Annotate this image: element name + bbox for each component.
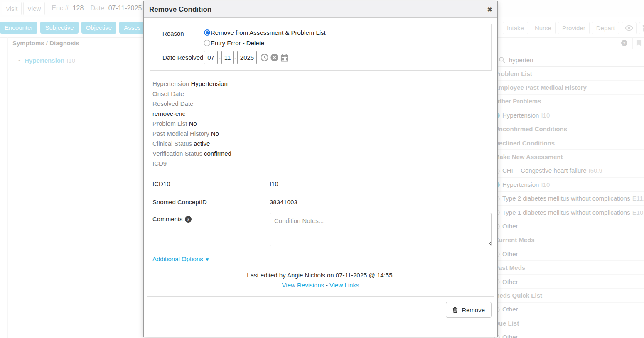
trash-icon bbox=[452, 307, 458, 313]
date-separator: - bbox=[234, 54, 236, 61]
radio-label: Remove from Assessment & Problem List bbox=[211, 29, 326, 36]
clear-date-icon[interactable] bbox=[270, 54, 278, 61]
snomed-label: Snomed ConceptID bbox=[152, 198, 270, 206]
radio-unselected-icon[interactable] bbox=[204, 40, 210, 46]
detail-label: Hypertension bbox=[152, 80, 189, 87]
detail-label: Verification Status bbox=[152, 150, 202, 157]
remove-button-label: Remove bbox=[462, 306, 485, 314]
reason-radio-group: Remove from Assessment & Problem List En… bbox=[204, 29, 326, 47]
clock-icon[interactable] bbox=[261, 54, 268, 61]
modal-header: Remove Condition ✖ bbox=[144, 1, 497, 18]
detail-label: Clinical Status bbox=[152, 140, 192, 147]
radio-remove-from-assessment[interactable]: Remove from Assessment & Problem List bbox=[204, 29, 326, 36]
comments-help-icon[interactable]: ? bbox=[185, 216, 192, 223]
close-icon[interactable]: ✖ bbox=[482, 1, 497, 18]
remove-button[interactable]: Remove bbox=[446, 302, 492, 318]
detail-value: active bbox=[194, 140, 210, 147]
date-day-input[interactable] bbox=[221, 51, 234, 64]
detail-label: ICD9 bbox=[152, 160, 167, 167]
radio-entry-error-delete[interactable]: Entry Error - Delete bbox=[204, 39, 326, 47]
reason-section: Reason Remove from Assessment & Problem … bbox=[150, 24, 492, 71]
view-revisions-link[interactable]: View Revisions bbox=[282, 282, 324, 289]
chevron-down-icon: ▼ bbox=[205, 257, 210, 262]
additional-options-label: Additional Options bbox=[152, 255, 203, 262]
detail-value: confirmed bbox=[204, 150, 231, 157]
icd10-value: I10 bbox=[270, 180, 278, 187]
radio-selected-icon[interactable] bbox=[204, 29, 210, 36]
date-month-input[interactable] bbox=[204, 51, 218, 64]
calendar-picker-icon[interactable] bbox=[280, 54, 288, 62]
detail-label: Problem List bbox=[152, 120, 187, 127]
icd10-row: ICD10 I10 bbox=[152, 180, 497, 187]
remove-condition-modal: Remove Condition ✖ Reason Remove from As… bbox=[143, 1, 498, 337]
comments-label: Comments bbox=[152, 216, 183, 223]
detail-label: Past Medical History bbox=[152, 130, 209, 137]
reason-label: Reason bbox=[162, 29, 204, 47]
date-year-input[interactable] bbox=[237, 51, 257, 64]
date-resolved-label: Date Resolved bbox=[162, 54, 204, 61]
last-edited-text: Last edited by Angie Nichols on 07-11-20… bbox=[144, 272, 497, 279]
detail-value: Hypertension bbox=[191, 80, 227, 87]
modal-title: Remove Condition bbox=[149, 5, 482, 14]
date-separator: - bbox=[219, 54, 221, 61]
snomed-row: Snomed ConceptID 38341003 bbox=[152, 198, 497, 206]
snomed-value: 38341003 bbox=[270, 198, 297, 206]
revision-links: View Revisions-View Links bbox=[144, 282, 497, 289]
comments-row: Comments ? bbox=[152, 213, 497, 246]
radio-label: Entry Error - Delete bbox=[211, 39, 264, 47]
detail-value: No bbox=[189, 120, 197, 127]
detail-label: Onset Date bbox=[152, 90, 184, 97]
comments-textarea[interactable] bbox=[270, 213, 492, 246]
icd10-label: ICD10 bbox=[152, 180, 270, 187]
view-links-link[interactable]: View Links bbox=[329, 282, 359, 289]
footer-divider-bottom bbox=[147, 326, 494, 326]
link-separator: - bbox=[326, 282, 328, 289]
modal-footer: Remove bbox=[144, 297, 497, 326]
condition-details: HypertensionHypertension Onset Date Reso… bbox=[152, 79, 497, 169]
detail-label: Resolved Date bbox=[152, 100, 193, 107]
detail-value: No bbox=[211, 130, 219, 137]
additional-options-toggle[interactable]: Additional Options▼ bbox=[152, 255, 210, 262]
detail-value: remove-enc bbox=[152, 110, 185, 117]
